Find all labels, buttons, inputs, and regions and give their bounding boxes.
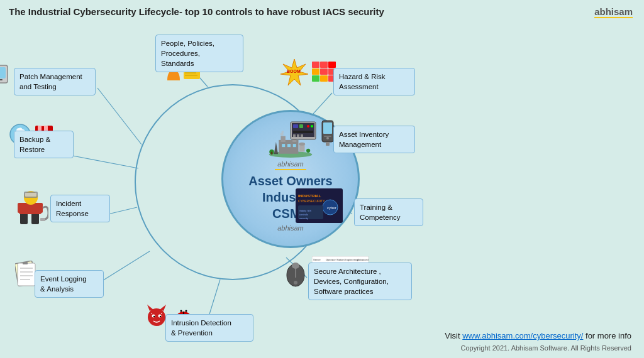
- svg-text:security: security: [299, 217, 308, 220]
- visit-link[interactable]: www.abhisam.com/cybersecurity/: [462, 331, 583, 340]
- svg-line-1: [97, 88, 142, 144]
- intrusion-label: Intrusion Detection & Prevention: [165, 314, 253, 342]
- asset-inventory-label: Asset Inventory Management: [333, 126, 415, 153]
- brand-logo: abhisam: [594, 6, 633, 17]
- svg-text:controls: controls: [299, 213, 308, 216]
- svg-rect-38: [185, 72, 196, 73]
- svg-point-27: [306, 149, 310, 153]
- svg-text:Advanced HMI: Advanced HMI: [357, 258, 369, 261]
- svg-rect-48: [293, 131, 313, 133]
- svg-marker-94: [147, 305, 153, 311]
- svg-point-46: [307, 125, 309, 127]
- svg-rect-26: [271, 152, 273, 155]
- svg-point-99: [160, 316, 161, 317]
- svg-rect-29: [0, 67, 6, 79]
- svg-rect-44: [293, 124, 298, 128]
- svg-line-10: [63, 154, 138, 168]
- event-logging-label: Event Logging & Analysis: [35, 270, 104, 298]
- svg-point-109: [180, 310, 182, 312]
- svg-point-98: [153, 316, 155, 317]
- svg-rect-51: [301, 134, 303, 137]
- policies-label: People, Policies, Procedures, Standards: [155, 35, 243, 72]
- svg-rect-49: [293, 134, 296, 137]
- svg-marker-95: [160, 305, 166, 311]
- secure-arch-label: Secure Architecture , Devices, Configura…: [308, 263, 412, 300]
- visit-text: Visit www.abhisam.com/cybersecurity/ for…: [445, 331, 631, 340]
- svg-rect-123: [25, 193, 36, 197]
- svg-rect-125: [38, 203, 43, 213]
- copyright-text: Copyright 2021. Abhisam Software. All Ri…: [461, 344, 631, 352]
- svg-rect-45: [299, 124, 303, 128]
- svg-rect-13: [280, 136, 286, 142]
- svg-rect-55: [324, 136, 331, 137]
- svg-text:Server: Server: [313, 258, 321, 261]
- svg-text:Operator Station: Operator Station: [326, 258, 344, 261]
- svg-rect-53: [323, 122, 332, 134]
- svg-text:BOOM: BOOM: [287, 69, 301, 73]
- patch-management-label: Patch Management and Testing: [14, 68, 96, 95]
- svg-point-93: [148, 308, 165, 326]
- svg-rect-112: [18, 263, 35, 286]
- svg-point-47: [311, 125, 313, 127]
- svg-text:Safety SIS: Safety SIS: [299, 209, 311, 212]
- svg-rect-56: [326, 142, 330, 146]
- svg-rect-39: [185, 75, 197, 76]
- incident-response-label: Incident Response: [50, 195, 110, 222]
- training-label: Training & Competency: [354, 198, 423, 226]
- svg-point-110: [186, 310, 187, 312]
- svg-text:INDUSTRIAL: INDUSTRIAL: [298, 194, 321, 198]
- svg-rect-124: [18, 203, 23, 213]
- svg-marker-21: [274, 142, 278, 154]
- svg-text:cyber: cyber: [327, 206, 336, 210]
- svg-rect-50: [297, 134, 299, 137]
- hazard-label: Hazard & Risk Assessment: [333, 68, 415, 95]
- svg-point-68: [292, 263, 299, 269]
- svg-rect-126: [40, 218, 45, 221]
- svg-text:Engineering: Engineering: [345, 258, 358, 261]
- svg-point-16: [282, 131, 284, 133]
- svg-rect-117: [23, 262, 28, 264]
- svg-point-15: [280, 133, 284, 136]
- svg-text:CYBERSECURITY: CYBERSECURITY: [298, 199, 325, 203]
- svg-rect-31: [0, 79, 3, 80]
- svg-rect-18: [282, 144, 285, 147]
- center-brand-top: abhisam: [277, 160, 304, 168]
- backup-label: Backup & Restore: [14, 131, 74, 158]
- page-title: The Industrial Cybersecurity Lifecycle- …: [9, 6, 384, 17]
- svg-point-69: [294, 281, 297, 285]
- svg-point-54: [326, 137, 329, 139]
